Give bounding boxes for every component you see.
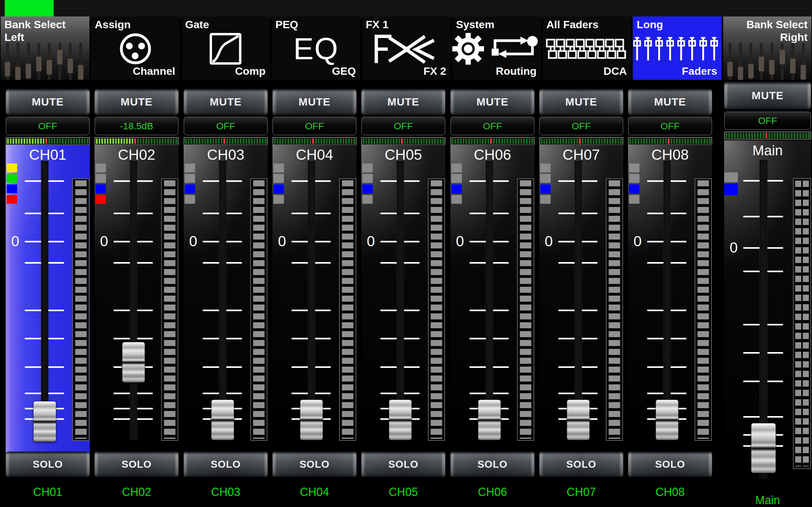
fader-track[interactable]: [397, 161, 404, 440]
meter-segment: [385, 138, 386, 144]
nav-tile-long[interactable]: LongFaders: [633, 16, 722, 80]
meter-segment: [620, 138, 622, 144]
meter-segment: [437, 138, 439, 144]
mute-button[interactable]: MUTE: [628, 89, 712, 115]
fader-scale-tick: [203, 262, 219, 264]
fader-scale-tick: [767, 352, 783, 354]
fader-knob[interactable]: [300, 400, 322, 440]
meter-segment: [332, 138, 334, 144]
mute-button[interactable]: MUTE: [272, 89, 357, 115]
fader-track[interactable]: [575, 161, 582, 440]
tile-title: Bank Select Right: [746, 18, 808, 43]
nav-tile-bank-select-left[interactable]: Bank Select Left: [1, 16, 90, 80]
channel-name: CH05: [361, 146, 445, 163]
fader-value-display: OFF: [272, 117, 357, 135]
meter-segment: [407, 138, 409, 144]
solo-button[interactable]: SOLO: [184, 452, 268, 477]
main-fader-knob[interactable]: [751, 424, 775, 473]
meter-segment: [659, 138, 661, 144]
meter-segment: [223, 138, 225, 144]
meter-segment: [84, 138, 86, 144]
meter-segment: [452, 138, 454, 144]
mute-button[interactable]: MUTE: [184, 89, 268, 115]
meter-segment: [374, 138, 375, 144]
fader-scale-tick: [743, 381, 760, 382]
meter-segment: [490, 138, 492, 144]
fader-scale-tick: [582, 309, 598, 311]
nav-tile-all-faders[interactable]: All FadersDCA: [543, 16, 631, 80]
solo-button[interactable]: SOLO: [361, 452, 445, 477]
meter-segment: [595, 138, 597, 144]
color-chip: [273, 174, 284, 183]
fader-track[interactable]: [664, 161, 670, 440]
fader-knob[interactable]: [389, 400, 411, 440]
fader-knob[interactable]: [656, 400, 678, 440]
fader-scale-tick: [558, 180, 575, 182]
mute-button[interactable]: MUTE: [539, 89, 623, 115]
meter-segment: [10, 138, 12, 144]
mute-button[interactable]: MUTE: [361, 89, 445, 115]
nav-tile-bank-select-right[interactable]: Bank Select Right: [723, 16, 811, 80]
meter-segment: [493, 138, 495, 144]
fader-scale-tick: [380, 309, 397, 311]
fader-scale-tick: [48, 180, 64, 182]
meter-segment: [763, 133, 764, 138]
fader-track[interactable]: [219, 161, 226, 440]
mute-button[interactable]: MUTE: [95, 89, 179, 115]
meter-segment: [62, 138, 64, 144]
nav-tile-fx-1[interactable]: FX 1FX 2: [362, 16, 451, 80]
nav-tile-assign[interactable]: AssignChannel: [91, 16, 180, 80]
meter-segment: [745, 133, 747, 138]
fx-icon: [371, 32, 441, 66]
fader-scale-tick: [203, 393, 219, 394]
fader-track[interactable]: [308, 161, 315, 440]
fader-scale-tick: [493, 366, 509, 368]
meter-segment: [788, 133, 790, 138]
meter-segment: [54, 138, 55, 144]
fader-scale-tick: [315, 213, 331, 214]
channel-strip-ch05: MUTE OFF CH05 0 SOLO CH05: [361, 89, 445, 507]
fader-body: CH06 0: [450, 145, 535, 452]
main-mute-button[interactable]: MUTE: [724, 82, 811, 109]
fader-knob[interactable]: [34, 401, 56, 441]
meter-segment: [740, 133, 742, 138]
solo-button[interactable]: SOLO: [628, 452, 712, 477]
color-chip: [629, 174, 640, 183]
nav-tile-peq[interactable]: PEQGEQEQ: [271, 16, 360, 80]
meter-segment: [81, 138, 83, 144]
solo-button[interactable]: SOLO: [95, 452, 179, 477]
mute-button[interactable]: MUTE: [450, 89, 535, 115]
nav-tile-gate[interactable]: GateComp: [182, 16, 270, 80]
nav-tile-system[interactable]: SystemRouting: [452, 16, 541, 80]
fader-scale-tick: [558, 393, 575, 394]
mute-button[interactable]: MUTE: [6, 89, 90, 115]
solo-button[interactable]: SOLO: [450, 452, 535, 477]
fader-scale-tick: [469, 309, 486, 311]
fader-track[interactable]: [486, 161, 493, 440]
meter-segment: [546, 138, 548, 144]
fader-track[interactable]: [130, 161, 137, 440]
fader-track[interactable]: [41, 161, 48, 440]
meter-segment: [802, 133, 804, 138]
fader-scale-tick: [582, 180, 598, 182]
meter-segment: [609, 138, 611, 144]
main-fader-value-display: OFF: [724, 112, 811, 130]
fader-knob[interactable]: [122, 342, 145, 382]
fader-scale-tick: [404, 338, 420, 339]
meter-segment: [132, 138, 134, 144]
fader-value-display: OFF: [184, 117, 268, 135]
fader-knob[interactable]: [212, 400, 234, 440]
tile-icon-wrap: [182, 31, 270, 67]
meter-segment: [320, 138, 322, 144]
compressor-curve-icon: [209, 32, 242, 65]
meter-segment: [797, 133, 798, 138]
solo-button[interactable]: SOLO: [272, 452, 357, 477]
xlr-connector-icon: [117, 31, 154, 67]
fader-scale-tick: [48, 338, 64, 339]
solo-button[interactable]: SOLO: [539, 452, 623, 477]
solo-button[interactable]: SOLO: [6, 452, 90, 477]
fader-knob[interactable]: [567, 400, 589, 440]
fader-scale-tick: [25, 213, 41, 214]
color-chip: [540, 184, 551, 193]
fader-knob[interactable]: [478, 400, 501, 440]
